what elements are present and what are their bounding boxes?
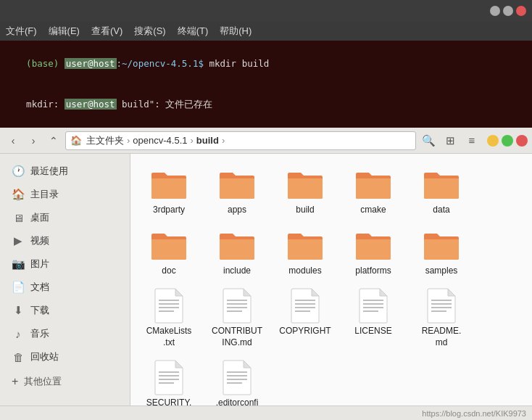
music-icon: ♪ [12,327,25,340]
breadcrumb-sep-1: › [127,135,130,146]
folder-name: samples [425,265,458,277]
folder-name: cmake [360,205,386,216]
sidebar-item-documents[interactable]: 📄 文档 [0,276,130,299]
file-doc-icon [286,288,324,323]
file-doc-icon [218,288,256,323]
file-editorconfig[interactable]: .editorconfig [204,355,270,405]
folder-apps[interactable]: apps [204,162,270,221]
fm-files[interactable]: 3rdparty apps [130,154,532,405]
sidebar-documents-label: 文档 [30,281,49,294]
search-button[interactable]: 🔍 [419,131,438,150]
menu-edit[interactable]: 编辑(E) [49,25,80,38]
sidebar-item-recent[interactable]: 🕐 最近使用 [0,160,130,183]
folder-icon [423,228,460,263]
terminal[interactable]: (base) user@host:~/opencv-4.5.1$ mkdir b… [0,41,532,128]
home-folder-icon: 🏠 [12,188,25,201]
folder-icon [286,167,324,202]
sidebar-other-label: 其他位置 [24,375,62,388]
nav-forward-button[interactable]: › [25,132,42,149]
fm-maximize-button[interactable] [502,135,513,147]
status-url: https://blog.csdn.net/KIK9973 [422,409,526,418]
file-name: SECURITY.md [146,398,191,405]
desktop-icon: 🖥 [12,211,25,224]
folder-name: apps [228,205,246,216]
folder-name: doc [162,265,175,277]
close-button[interactable] [516,6,526,16]
folder-icon [218,228,256,263]
menu-help[interactable]: 帮助(H) [220,25,252,38]
filemanager: ‹ › ⌃ 🏠 主文件夹 › opencv-4.5.1 › build › 🔍 … [0,128,532,420]
folder-3rdparty[interactable]: 3rdparty [136,162,201,221]
fm-window-controls [487,135,528,147]
breadcrumb-sep-2: › [191,135,194,146]
view-toggle-button[interactable]: ⊞ [441,131,460,150]
file-copyright[interactable]: COPYRIGHT [273,284,338,353]
folder-icon [150,228,188,263]
fm-sidebar: 🕐 最近使用 🏠 主目录 🖥 桌面 ▶ 视频 📷 图片 📄 文档 [0,154,130,405]
window-titlebar [0,0,532,22]
downloads-icon: ⬇ [12,304,25,317]
sidebar-item-videos[interactable]: ▶ 视频 [0,229,130,252]
fm-close-button[interactable] [516,135,528,147]
file-grid: 3rdparty apps [136,162,526,405]
home-icon: 🏠 [70,135,82,146]
file-name: CONTRIBUTING.md [212,326,262,348]
folder-build[interactable]: build [273,162,338,221]
breadcrumb-opencv[interactable]: opencv-4.5.1 [133,135,187,146]
folder-icon [218,167,256,202]
folder-name: build [296,205,314,216]
folder-samples[interactable]: samples [409,223,474,281]
menu-button[interactable]: ≡ [462,131,481,150]
menu-terminal[interactable]: 终端(T) [178,25,209,38]
documents-icon: 📄 [12,281,25,294]
pictures-icon: 📷 [12,258,25,271]
file-contributing[interactable]: CONTRIBUTING.md [204,284,270,353]
file-doc-icon [218,360,256,395]
nav-back-button[interactable]: ‹ [4,132,22,149]
folder-include[interactable]: include [204,223,270,281]
fm-minimize-button[interactable] [487,135,499,147]
sidebar-videos-label: 视频 [30,234,49,247]
folder-platforms[interactable]: platforms [341,223,406,281]
folder-doc[interactable]: doc [136,223,201,281]
breadcrumb-build[interactable]: build [196,135,219,146]
file-readme[interactable]: README.md [409,284,474,353]
folder-modules[interactable]: modules [273,223,338,281]
menu-file[interactable]: 文件(F) [6,25,37,38]
file-license[interactable]: LICENSE [341,284,406,353]
recent-icon: 🕐 [12,165,25,178]
sidebar-item-downloads[interactable]: ⬇ 下载 [0,299,130,322]
maximize-button[interactable] [503,6,513,16]
folder-name: data [433,205,449,216]
folder-icon [423,167,460,202]
sidebar-item-trash[interactable]: 🗑 回收站 [0,345,130,368]
file-name: README.md [422,326,462,348]
folder-data[interactable]: data [409,162,474,221]
file-name: CMakeLists.txt [146,326,192,348]
sidebar-recent-label: 最近使用 [30,165,68,178]
folder-cmake[interactable]: cmake [341,162,406,221]
sidebar-item-desktop[interactable]: 🖥 桌面 [0,206,130,229]
file-doc-icon [423,288,460,323]
sidebar-desktop-label: 桌面 [30,211,49,224]
menu-view[interactable]: 查看(V) [91,25,122,38]
sidebar-item-home[interactable]: 🏠 主目录 [0,183,130,206]
minimize-button[interactable] [490,6,500,16]
trash-icon: 🗑 [12,350,25,363]
file-cmakelists[interactable]: CMakeLists.txt [136,284,201,353]
file-name: COPYRIGHT [279,326,331,337]
sidebar-item-music[interactable]: ♪ 音乐 [0,322,130,345]
video-icon: ▶ [12,234,25,247]
menu-search[interactable]: 搜索(S) [134,25,165,38]
fm-toolbar-right: 🔍 ⊞ ≡ [419,131,481,150]
terminal-line-1: (base) user@host:~/opencv-4.5.1$ mkdir b… [4,44,528,84]
sidebar-trash-label: 回收站 [30,350,59,363]
folder-name: 3rdparty [153,205,185,216]
breadcrumb: 🏠 主文件夹 › opencv-4.5.1 › build › [65,131,416,150]
sidebar-item-pictures[interactable]: 📷 图片 [0,252,130,276]
nav-parent-button[interactable]: ⌃ [45,132,62,149]
sidebar-item-other[interactable]: + 其他位置 [0,371,130,392]
file-security[interactable]: SECURITY.md [136,355,201,405]
breadcrumb-home[interactable]: 主文件夹 [86,134,124,147]
folder-name: modules [288,265,321,277]
